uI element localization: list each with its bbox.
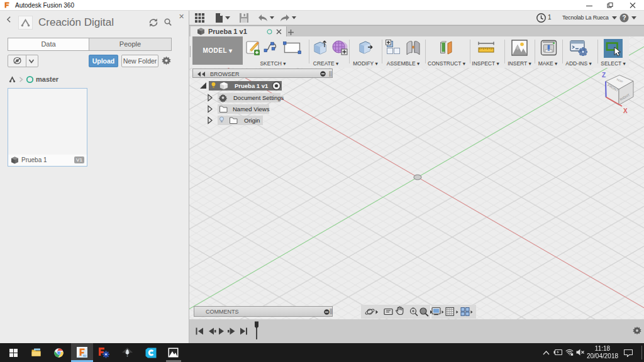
svg-text:Prueba 1 v1: Prueba 1 v1 xyxy=(235,82,269,89)
svg-text:Named Views: Named Views xyxy=(233,106,270,112)
svg-text:360: 360 xyxy=(84,354,87,357)
svg-text:Origin: Origin xyxy=(244,117,260,124)
svg-text:X: X xyxy=(623,107,628,114)
svg-text:Z: Z xyxy=(602,72,606,79)
svg-text:Document Settings: Document Settings xyxy=(233,94,284,101)
svg-text:?: ? xyxy=(622,14,626,21)
